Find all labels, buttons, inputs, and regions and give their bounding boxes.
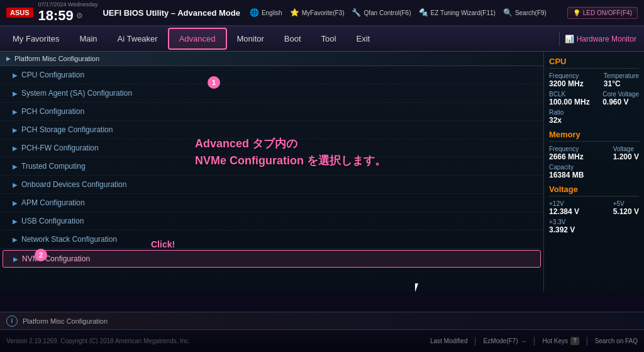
language-item[interactable]: 🌐 English bbox=[250, 8, 282, 17]
memory-section-title: Memory bbox=[549, 130, 639, 142]
myfavorite-item[interactable]: ⭐ MyFavorite(F3) bbox=[290, 8, 345, 17]
hw-5v-label: +5V bbox=[613, 200, 639, 207]
hw-ratio-row: Ratio 32x bbox=[549, 109, 639, 125]
menu-item-nvme[interactable]: ▶ NVMe Configuration bbox=[3, 250, 541, 268]
ez-mode-arrow: → bbox=[520, 338, 526, 344]
footer-divider-3 bbox=[587, 337, 587, 346]
top-right: 💡 LED ON/OFF(F4) bbox=[567, 7, 638, 19]
hw-panel: CPU Frequency 3200 MHz Temperature 31°C … bbox=[543, 52, 644, 292]
hot-keys-label: Hot Keys bbox=[542, 338, 568, 344]
menu-item-onboard[interactable]: ▶ Onboard Devices Configuration bbox=[0, 176, 543, 194]
tab-tool[interactable]: Tool bbox=[311, 29, 347, 48]
nav-bar: My Favorites Main Ai Tweaker Advanced Mo… bbox=[0, 26, 644, 52]
hot-keys-key: ? bbox=[570, 337, 579, 345]
tab-main[interactable]: Main bbox=[69, 29, 107, 48]
hw-mem-freq-value: 2666 MHz bbox=[549, 152, 584, 161]
click-label: Click! bbox=[151, 239, 175, 249]
section-arrow: ▶ bbox=[6, 55, 11, 62]
hw-corevolt-label: Core Voltage bbox=[602, 91, 639, 98]
item-arrow-pch-storage: ▶ bbox=[13, 127, 18, 133]
footer-version: Version 2.19.1269. Copyright (C) 2018 Am… bbox=[6, 338, 190, 344]
hw-capacity-row: Capacity 16384 MB bbox=[549, 164, 639, 179]
menu-item-apm[interactable]: ▶ APM Configuration bbox=[0, 194, 543, 212]
item-arrow-onboard: ▶ bbox=[13, 181, 18, 188]
hw-mem-freq-row: Frequency 2666 MHz Voltage 1.200 V bbox=[549, 145, 639, 161]
hw-cap-label: Capacity bbox=[549, 164, 639, 171]
myfav-icon: ⭐ bbox=[290, 8, 299, 17]
hw-temp-value: 31°C bbox=[604, 79, 639, 88]
tab-advanced[interactable]: Advanced bbox=[168, 28, 227, 50]
hw-temp-label: Temperature bbox=[604, 72, 639, 79]
menu-item-network[interactable]: ▶ Network Stack Configuration bbox=[0, 230, 543, 249]
item-arrow-nvme: ▶ bbox=[13, 256, 18, 263]
tab-boot[interactable]: Boot bbox=[274, 29, 311, 48]
last-modified-label: Last Modified bbox=[430, 338, 467, 344]
hw-12v-row: +12V 12.384 V +5V 5.120 V bbox=[549, 200, 639, 216]
hw-33v-row: +3.3V 3.392 V bbox=[549, 219, 639, 234]
gear-icon: ⚙ bbox=[76, 11, 83, 20]
led-icon: 💡 bbox=[573, 9, 580, 16]
item-arrow-pch: ▶ bbox=[13, 108, 18, 115]
hw-corevolt-value: 0.960 V bbox=[602, 98, 639, 106]
wizard-icon: 🔩 bbox=[419, 8, 428, 17]
tab-monitor[interactable]: Monitor bbox=[227, 29, 274, 48]
callout-1: 1 bbox=[208, 76, 220, 89]
footer-divider-1 bbox=[475, 337, 475, 346]
hw-33v-label: +3.3V bbox=[549, 219, 639, 225]
search-header-icon: 🔍 bbox=[503, 8, 513, 17]
item-arrow-trusted: ▶ bbox=[13, 163, 18, 170]
voltage-section-title: Voltage bbox=[549, 185, 639, 196]
tab-ai-tweaker[interactable]: Ai Tweaker bbox=[108, 29, 168, 48]
footer-divider-2 bbox=[534, 337, 535, 346]
hw-5v-value: 5.120 V bbox=[613, 207, 639, 216]
led-button[interactable]: 💡 LED ON/OFF(F4) bbox=[567, 7, 638, 19]
date-display: 07/17/2024 Wednesday bbox=[38, 1, 98, 8]
hw-memory-section: Memory Frequency 2666 MHz Voltage 1.200 … bbox=[549, 130, 639, 179]
search-item[interactable]: 🔍 Search(F9) bbox=[503, 8, 547, 17]
callout-2: 2 bbox=[35, 249, 47, 261]
tab-exit[interactable]: Exit bbox=[346, 29, 380, 48]
menu-item-sa[interactable]: ▶ System Agent (SA) Configuration bbox=[0, 84, 543, 103]
status-text: Platform Misc Configuration bbox=[23, 317, 108, 325]
eztuning-item[interactable]: 🔩 EZ Tuning Wizard(F11) bbox=[419, 8, 496, 17]
hw-mem-volt-label: Voltage bbox=[613, 145, 639, 152]
status-bar: i Platform Misc Configuration bbox=[0, 312, 644, 329]
tab-my-favorites[interactable]: My Favorites bbox=[3, 29, 69, 48]
asus-logo: ASUS bbox=[6, 8, 33, 18]
search-faq-label: Search on FAQ bbox=[595, 338, 638, 344]
top-left: ASUS 07/17/2024 Wednesday 18:59 ⚙ UEFI B… bbox=[6, 1, 240, 24]
hw-freq-value: 3200 MHz bbox=[549, 79, 584, 88]
item-arrow-network: ▶ bbox=[13, 236, 18, 243]
footer: Version 2.19.1269. Copyright (C) 2018 Am… bbox=[0, 329, 644, 352]
hw-freq-row: Frequency 3200 MHz Temperature 31°C bbox=[549, 72, 639, 88]
hw-bclk-value: 100.00 MHz bbox=[549, 98, 590, 106]
item-arrow-sa: ▶ bbox=[13, 90, 18, 97]
bios-title-area: 07/17/2024 Wednesday 18:59 ⚙ bbox=[38, 1, 98, 24]
item-arrow-pch-fw: ▶ bbox=[13, 145, 18, 152]
menu-panel: ▶ Platform Misc Configuration ▶ CPU Conf… bbox=[0, 52, 543, 292]
hw-12v-label: +12V bbox=[549, 200, 579, 207]
menu-item-usb[interactable]: ▶ USB Configuration bbox=[0, 212, 543, 230]
menu-item-pch[interactable]: ▶ PCH Configuration bbox=[0, 103, 543, 121]
info-icon: i bbox=[6, 315, 18, 327]
footer-right: Last Modified EzMode(F7) → Hot Keys ? Se… bbox=[430, 337, 638, 346]
item-arrow-usb: ▶ bbox=[13, 218, 18, 225]
cpu-section-title: CPU bbox=[549, 57, 639, 69]
globe-icon: 🌐 bbox=[250, 8, 259, 17]
hw-ratio-label: Ratio bbox=[549, 109, 639, 116]
item-arrow-apm: ▶ bbox=[13, 200, 18, 207]
annotation-text: Advanced タブ内の NVMe Configuration を選択します。 bbox=[195, 135, 386, 169]
mouse-cursor bbox=[415, 283, 423, 295]
fan-icon: 🔧 bbox=[352, 8, 361, 17]
main-content: ▶ Platform Misc Configuration ▶ CPU Conf… bbox=[0, 52, 644, 292]
qfan-item[interactable]: 🔧 Qfan Control(F6) bbox=[352, 8, 411, 17]
hw-monitor-tab[interactable]: 📊 Hardware Monitor bbox=[559, 32, 641, 46]
top-center-controls: 🌐 English ⭐ MyFavorite(F3) 🔧 Qfan Contro… bbox=[250, 8, 547, 17]
hw-cap-value: 16384 MB bbox=[549, 171, 639, 179]
hw-freq-label: Frequency bbox=[549, 72, 584, 79]
menu-item-cpu[interactable]: ▶ CPU Configuration bbox=[0, 66, 543, 84]
top-bar: ASUS 07/17/2024 Wednesday 18:59 ⚙ UEFI B… bbox=[0, 0, 644, 26]
ez-mode-label: EzMode(F7) bbox=[483, 338, 518, 344]
hw-33v-value: 3.392 V bbox=[549, 225, 639, 234]
hw-ratio-value: 32x bbox=[549, 116, 639, 125]
